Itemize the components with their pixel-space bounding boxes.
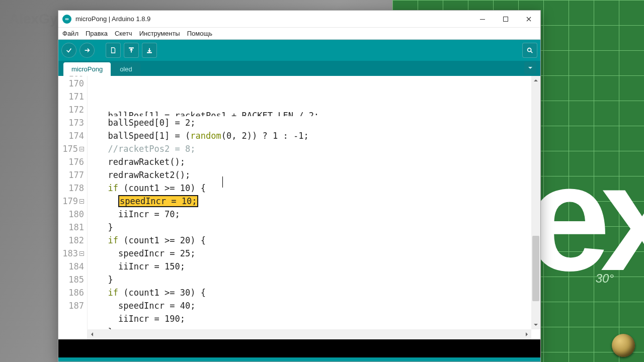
- open-sketch-button[interactable]: [124, 43, 139, 58]
- tab-micropong[interactable]: microPong: [63, 62, 111, 76]
- code-line[interactable]: speedIncr = 40;: [98, 299, 540, 312]
- horizontal-scrollbar[interactable]: [88, 329, 531, 339]
- tab-oled[interactable]: oled: [112, 62, 140, 76]
- code-line[interactable]: }: [98, 273, 540, 286]
- sketch-tab-bar: microPongoled: [58, 61, 540, 76]
- menu-инструменты[interactable]: Инструменты: [139, 30, 180, 37]
- mat-angle-label: 30°: [596, 272, 614, 286]
- line-number: 175: [58, 142, 84, 155]
- close-button[interactable]: [517, 11, 540, 28]
- menu-скетч[interactable]: Скетч: [115, 30, 132, 37]
- line-number: 181: [58, 221, 84, 234]
- svg-rect-1: [504, 17, 508, 21]
- window-titlebar[interactable]: ∞ microPong | Arduino 1.8.9: [58, 11, 540, 28]
- output-console[interactable]: [58, 339, 540, 357]
- serial-monitor-button[interactable]: [522, 43, 537, 58]
- line-number: 174: [58, 129, 84, 142]
- code-line[interactable]: if (count1 >= 20) {: [98, 234, 540, 247]
- menu-помощь[interactable]: Помощь: [187, 30, 212, 37]
- line-number: 170: [58, 77, 84, 90]
- code-line[interactable]: redrawRacket();: [98, 155, 540, 168]
- line-number: 186: [58, 286, 84, 299]
- fold-icon[interactable]: [79, 147, 84, 151]
- minimize-button[interactable]: [471, 11, 494, 28]
- code-line[interactable]: speedIncr = 25;: [98, 247, 540, 260]
- line-number: 184: [58, 260, 84, 273]
- arduino-ide-window: ∞ microPong | Arduino 1.8.9 ФайлПравкаСк…: [58, 10, 541, 362]
- fold-icon[interactable]: [79, 199, 84, 204]
- svg-rect-3: [147, 52, 152, 53]
- line-number: 182: [58, 234, 84, 247]
- code-editor[interactable]: 1691701711721731741751761771781791801811…: [58, 76, 540, 339]
- line-number-gutter: 1691701711721731741751761771781791801811…: [58, 76, 88, 339]
- tab-menu-button[interactable]: [524, 62, 536, 74]
- new-sketch-button[interactable]: [106, 43, 121, 58]
- scroll-up-button[interactable]: [531, 76, 540, 85]
- maximize-button[interactable]: [494, 11, 517, 28]
- vertical-scroll-thumb[interactable]: [532, 236, 539, 301]
- code-line[interactable]: iiIncr = 70;: [98, 208, 540, 221]
- code-line[interactable]: speedIncr = 10;: [98, 195, 540, 208]
- svg-rect-0: [480, 19, 485, 20]
- arduino-icon: ∞: [62, 15, 71, 24]
- upload-button[interactable]: [79, 43, 95, 58]
- line-number: 185: [58, 273, 84, 286]
- code-line[interactable]: //racketPos2 = 8;: [98, 142, 540, 155]
- line-number: 178: [58, 182, 84, 195]
- save-sketch-button[interactable]: [142, 43, 157, 58]
- scroll-left-button[interactable]: [88, 332, 97, 337]
- code-line[interactable]: if (count1 >= 30) {: [98, 286, 540, 299]
- vertical-scrollbar[interactable]: [531, 76, 540, 329]
- line-number: 176: [58, 155, 84, 168]
- line-number: 171: [58, 90, 84, 103]
- code-line[interactable]: ballPos[1] = racketPos1 + RACKET_LEN / 2…: [98, 109, 540, 116]
- line-number: 179: [58, 195, 84, 208]
- verify-button[interactable]: [61, 43, 76, 58]
- toolbar: [58, 40, 540, 61]
- code-area[interactable]: ballPos[1] = racketPos1 + RACKET_LEN / 2…: [88, 76, 540, 339]
- line-number: 173: [58, 116, 84, 129]
- code-line[interactable]: }: [98, 221, 540, 234]
- background-logo-text: ex: [526, 131, 644, 305]
- menu-bar: ФайлПравкаСкетчИнструментыПомощь: [58, 28, 540, 40]
- line-number: 187: [58, 299, 84, 312]
- line-number: 183: [58, 247, 84, 260]
- fold-icon[interactable]: [79, 251, 84, 256]
- code-line[interactable]: iiIncr = 190;: [98, 312, 540, 325]
- code-line[interactable]: iiIncr = 150;: [98, 260, 540, 273]
- code-line[interactable]: ballSpeed[1] = (random(0, 2)) ? 1 : -1;: [98, 129, 540, 142]
- code-line[interactable]: ballSpeed[0] = 2;: [98, 116, 540, 129]
- code-line[interactable]: redrawRacket2();: [98, 168, 540, 182]
- window-title: microPong | Arduino 1.8.9: [75, 15, 150, 23]
- vertical-scroll-track[interactable]: [531, 85, 540, 320]
- scroll-right-button[interactable]: [522, 332, 531, 337]
- menu-файл[interactable]: Файл: [62, 30, 78, 37]
- svg-rect-2: [129, 48, 134, 48]
- code-line[interactable]: if (count1 >= 10) {: [98, 182, 540, 195]
- scroll-down-button[interactable]: [531, 320, 540, 329]
- svg-point-4: [528, 48, 531, 52]
- watermark: AlexGy: [9, 11, 58, 27]
- status-bar: [58, 357, 540, 361]
- lens-reflection: [612, 334, 635, 357]
- line-number: 177: [58, 168, 84, 182]
- line-number: 172: [58, 103, 84, 116]
- menu-правка[interactable]: Правка: [86, 30, 108, 37]
- line-number: 180: [58, 208, 84, 221]
- text-cursor: [222, 176, 223, 188]
- horizontal-scroll-track[interactable]: [97, 329, 522, 339]
